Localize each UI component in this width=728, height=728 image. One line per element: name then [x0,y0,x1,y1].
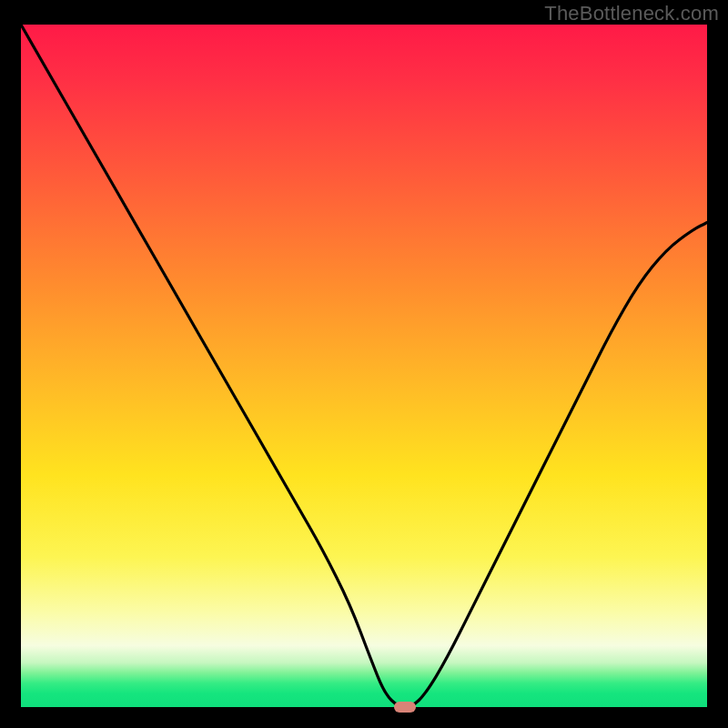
bottleneck-curve [21,25,707,707]
minimum-marker [394,702,416,713]
watermark-text: TheBottleneck.com [544,2,719,25]
chart-frame: TheBottleneck.com [0,0,728,728]
curve-path [21,25,707,707]
